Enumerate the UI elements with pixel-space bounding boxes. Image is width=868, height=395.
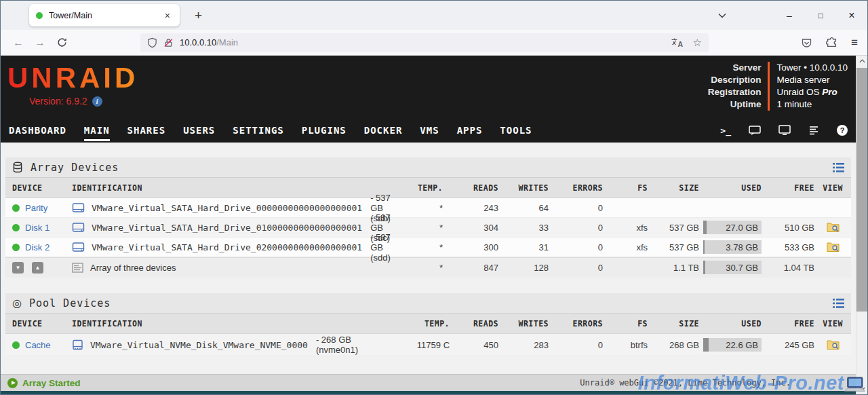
translate-icon[interactable]: A: [671, 37, 684, 48]
col-device: DEVICE: [5, 183, 71, 193]
url-text[interactable]: 10.0.0.10 /Main: [180, 37, 238, 48]
extensions-puzzle-icon[interactable]: [826, 37, 837, 48]
used-bar: 22.6 GB: [703, 338, 762, 352]
nav-shares[interactable]: SHARES: [127, 119, 166, 141]
scrollbar-up-arrow-icon[interactable]: [856, 56, 867, 67]
copyright-text: Unraid® webGui ©2021, Lime Technology, I…: [580, 378, 791, 388]
pool-devices-icon: ◎: [12, 298, 22, 309]
array-list-view-icon[interactable]: [833, 163, 844, 172]
cell-size: 537 GB: [648, 242, 699, 252]
cell-temp: 11759 C: [395, 340, 450, 350]
col-temp: TEMP.: [405, 183, 443, 193]
cell-writes: 128: [498, 263, 549, 273]
address-bar[interactable]: 10.0.0.10 /Main A ☆: [140, 33, 709, 52]
unraid-header: UNRAID Version: 6.9.2 i Server Tower • 1…: [1, 56, 856, 118]
cell-fs: xfs: [603, 242, 648, 252]
info-icon[interactable]: i: [92, 96, 102, 107]
cell-errors: 0: [549, 340, 603, 350]
col-errors: ERRORS: [549, 319, 603, 328]
server-info-label: Registration: [708, 86, 768, 98]
nav-settings[interactable]: SETTINGS: [233, 119, 283, 141]
col-errors: ERRORS: [549, 183, 603, 193]
main-nav: DASHBOARD MAIN SHARES USERS SETTINGS PLU…: [1, 118, 856, 143]
status-dot-green: [12, 204, 20, 212]
window-minimize-button[interactable]: –: [774, 1, 805, 30]
cell-size: 1.1 TB: [648, 263, 699, 273]
col-device: DEVICE: [5, 319, 71, 328]
move-down-button[interactable]: ▼: [12, 262, 24, 274]
page-scrollbar[interactable]: [856, 56, 867, 394]
nav-tools[interactable]: TOOLS: [500, 119, 532, 141]
col-used: USED: [699, 183, 762, 193]
cell-reads: 243: [443, 203, 498, 213]
back-button[interactable]: ←: [7, 37, 29, 49]
table-row-disk2: Disk 2 VMware_Virtual_SATA_Hard_Drive_02…: [5, 238, 851, 257]
tab-close-icon[interactable]: ×: [162, 10, 173, 22]
bookmark-star-icon[interactable]: ☆: [693, 37, 702, 49]
cell-used: 27.0 GB: [699, 221, 762, 234]
pool-devices-section: ◎ Pool Devices DEVICE IDENTIFICATION TEM…: [5, 293, 851, 356]
server-info-label: Server: [708, 62, 768, 74]
nav-dashboard[interactable]: DASHBOARD: [9, 119, 66, 141]
cell-free: 1.04 TB: [762, 263, 814, 273]
nav-users[interactable]: USERS: [183, 119, 215, 141]
tab-title: Tower/Main: [49, 11, 156, 20]
version-row: Version: 6.9.2 i: [29, 96, 138, 107]
nvme-drive-icon[interactable]: [72, 339, 83, 350]
nav-docker[interactable]: DOCKER: [364, 119, 403, 141]
col-temp: TEMP.: [395, 319, 450, 328]
cell-free: 533 GB: [762, 242, 814, 252]
hard-drive-icon[interactable]: [72, 242, 85, 252]
window-close-button[interactable]: ×: [836, 1, 867, 30]
nav-apps[interactable]: APPS: [457, 119, 483, 141]
cell-view: [814, 339, 851, 350]
list-all-tabs-chevron-icon[interactable]: [709, 1, 736, 30]
browse-folder-icon[interactable]: [827, 242, 840, 252]
forward-button[interactable]: →: [29, 37, 51, 49]
nav-plugins[interactable]: PLUGINS: [302, 119, 347, 141]
tracking-shield-icon[interactable]: [147, 37, 157, 48]
hamburger-menu-icon[interactable]: ≡: [851, 36, 858, 50]
scrollbar-thumb[interactable]: [856, 68, 867, 312]
device-link-disk2[interactable]: Disk 2: [25, 242, 50, 252]
device-link-cache[interactable]: Cache: [25, 340, 51, 350]
col-used: USED: [699, 319, 762, 328]
monitor-icon[interactable]: [778, 125, 791, 136]
cell-fs: xfs: [603, 223, 648, 233]
pocket-icon[interactable]: [801, 37, 812, 48]
server-info-label: Uptime: [708, 98, 768, 111]
cell-reads: 300: [443, 242, 498, 252]
array-status-text: Array Started: [22, 378, 81, 388]
move-up-button[interactable]: ▲: [32, 262, 43, 274]
unraid-logo[interactable]: UNRAID: [7, 62, 138, 94]
col-identification: IDENTIFICATION: [71, 319, 395, 328]
col-free: FREE: [762, 183, 814, 193]
cell-errors: 0: [549, 263, 603, 273]
watermark-laptop-icon: [843, 376, 866, 394]
feedback-icon[interactable]: [749, 125, 761, 136]
nav-main[interactable]: MAIN: [84, 119, 110, 141]
help-icon[interactable]: ?: [837, 125, 848, 136]
cell-view: [814, 242, 851, 252]
device-link-parity[interactable]: Parity: [25, 203, 47, 213]
col-fs: FS: [603, 183, 648, 193]
device-id: VMware_Virtual_SATA_Hard_Drive_020000000…: [92, 242, 362, 252]
browse-folder-icon[interactable]: [827, 222, 840, 233]
pool-table-header: DEVICE IDENTIFICATION TEMP. READS WRITES…: [5, 314, 851, 334]
terminal-icon[interactable]: >_: [720, 126, 731, 136]
insecure-lock-icon[interactable]: [163, 37, 174, 48]
pool-list-view-icon[interactable]: [833, 299, 844, 308]
new-tab-button[interactable]: +: [191, 8, 206, 23]
log-icon[interactable]: [808, 125, 819, 136]
browser-tab-bar: Tower/Main × + – □ ×: [1, 1, 867, 30]
col-free: FREE: [762, 319, 814, 328]
status-dot-green: [12, 224, 20, 231]
nav-vms[interactable]: VMS: [420, 119, 439, 141]
device-link-disk1[interactable]: Disk 1: [25, 223, 50, 233]
cell-errors: 0: [549, 242, 603, 252]
pool-devices-title: Pool Devices: [29, 297, 111, 309]
browser-tab[interactable]: Tower/Main ×: [29, 4, 180, 26]
reload-button[interactable]: [51, 37, 73, 48]
window-maximize-button[interactable]: □: [805, 1, 836, 30]
browse-folder-icon[interactable]: [827, 339, 840, 350]
